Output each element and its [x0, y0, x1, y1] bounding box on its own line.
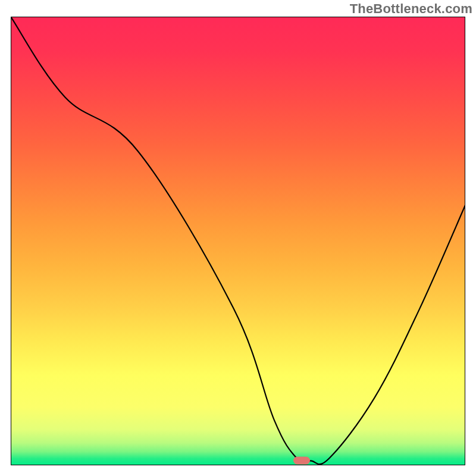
bottleneck-curve-path — [11, 17, 465, 464]
curve-layer — [11, 17, 465, 465]
watermark-text: TheBottleneck.com — [350, 1, 472, 17]
optimal-point-marker — [293, 457, 310, 465]
bottleneck-chart: TheBottleneck.com — [0, 0, 476, 476]
